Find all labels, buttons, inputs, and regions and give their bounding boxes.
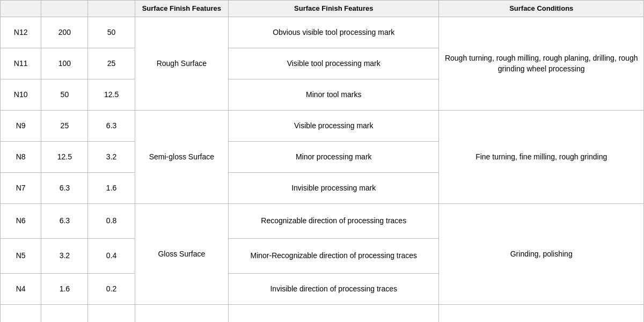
cell-rz: 25 <box>88 48 135 79</box>
cell-description: Minor-Recognizable direction of processi… <box>229 239 439 274</box>
cell-rz: 6.3 <box>88 111 135 142</box>
cell-rz: 50 <box>88 17 135 48</box>
cell-rz: 0.2 <box>88 274 135 305</box>
cell-ra-um: 6.3 <box>41 173 88 204</box>
cell-description: Obvious visible tool processing mark <box>229 17 439 48</box>
cell-description: Minor tool marks <box>229 79 439 111</box>
cell-grade: N7 <box>1 173 41 204</box>
cell-grade <box>1 305 41 322</box>
cell-grade: N5 <box>1 239 41 274</box>
cell-ra-um: 6.3 <box>41 204 88 239</box>
cell-grade: N11 <box>1 48 41 79</box>
header-col4: Surface Finish Features <box>135 1 228 17</box>
cell-description: Visible tool processing mark <box>229 48 439 79</box>
header-col2 <box>41 1 88 17</box>
cell-ra-um <box>41 305 88 322</box>
cell-rz: 0.8 <box>88 204 135 239</box>
cell-conditions <box>439 305 644 322</box>
cell-surface-type: Gloss Surface <box>135 204 228 305</box>
header-col6: Surface Conditions <box>439 1 644 17</box>
table-container: Surface Finish Features Surface Finish F… <box>0 0 644 322</box>
surface-finish-table: Surface Finish Features Surface Finish F… <box>0 0 644 322</box>
cell-grade: N12 <box>1 17 41 48</box>
cell-grade: N4 <box>1 274 41 305</box>
cell-grade: N9 <box>1 111 41 142</box>
cell-description: Recognizable direction of processing tra… <box>229 204 439 239</box>
cell-conditions: Fine turning, fine milling, rough grindi… <box>439 111 644 204</box>
header-col5: Surface Finish Features <box>229 1 439 17</box>
cell-grade: N8 <box>1 142 41 173</box>
cell-rz: 12.5 <box>88 79 135 111</box>
table-row <box>1 305 644 322</box>
cell-ra-um: 50 <box>41 79 88 111</box>
header-col1 <box>1 1 41 17</box>
cell-conditions: Grinding, polishing <box>439 204 644 305</box>
cell-rz <box>88 305 135 322</box>
cell-grade: N10 <box>1 79 41 111</box>
cell-rz: 0.4 <box>88 239 135 274</box>
cell-surface-type: Semi-gloss Surface <box>135 111 228 204</box>
table-row: N6 6.3 0.8 Gloss Surface Recognizable di… <box>1 204 644 239</box>
table-row: N9 25 6.3 Semi-gloss Surface Visible pro… <box>1 111 644 142</box>
cell-ra-um: 200 <box>41 17 88 48</box>
cell-description: Invisible processing mark <box>229 173 439 204</box>
cell-ra-um: 12.5 <box>41 142 88 173</box>
cell-ra-um: 1.6 <box>41 274 88 305</box>
table-row: N12 200 50 Rough Surface Obvious visible… <box>1 17 644 48</box>
cell-conditions: Rough turning, rough milling, rough plan… <box>439 17 644 111</box>
cell-description <box>229 305 439 322</box>
cell-rz: 1.6 <box>88 173 135 204</box>
cell-ra-um: 25 <box>41 111 88 142</box>
cell-grade: N6 <box>1 204 41 239</box>
cell-surface-type <box>135 305 228 322</box>
cell-description: Minor processing mark <box>229 142 439 173</box>
cell-ra-um: 100 <box>41 48 88 79</box>
cell-rz: 3.2 <box>88 142 135 173</box>
cell-ra-um: 3.2 <box>41 239 88 274</box>
cell-description: Visible processing mark <box>229 111 439 142</box>
header-col3 <box>88 1 135 17</box>
cell-description: Invisible direction of processing traces <box>229 274 439 305</box>
header-row: Surface Finish Features Surface Finish F… <box>1 1 644 17</box>
cell-surface-type: Rough Surface <box>135 17 228 111</box>
